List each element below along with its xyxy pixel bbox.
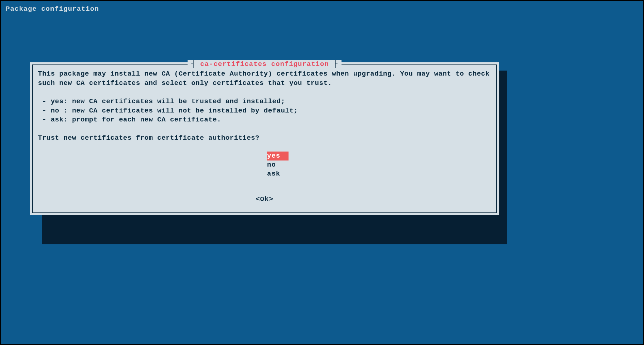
option-yes[interactable]: yes [267, 152, 289, 160]
dialog-border: ca-certificates configuration This packa… [32, 64, 497, 213]
dialog-intro: This package may install new CA (Certifi… [38, 70, 491, 88]
config-dialog: ca-certificates configuration This packa… [30, 62, 499, 215]
option-ask[interactable]: ask [267, 169, 289, 178]
dialog-title-wrap: ca-certificates configuration [33, 60, 496, 68]
page-title: Package configuration [2, 2, 642, 16]
ok-row: <Ok> [38, 195, 491, 203]
terminal-screen: Package configuration ca-certificates co… [0, 0, 644, 345]
dialog-prompt: Trust new certificates from certificate … [38, 134, 491, 143]
bullet-no: - no : new CA certificates will not be i… [38, 106, 491, 116]
blank-line [38, 88, 491, 97]
ok-button[interactable]: <Ok> [256, 195, 273, 203]
bullet-ask: - ask: prompt for each new CA certificat… [38, 115, 491, 125]
bullet-yes: - yes: new CA certificates will be trust… [38, 97, 491, 106]
option-no[interactable]: no [267, 160, 289, 169]
options-list: yes no ask [38, 152, 491, 178]
blank-line-2 [38, 125, 491, 134]
dialog-title: ca-certificates configuration [188, 60, 341, 68]
